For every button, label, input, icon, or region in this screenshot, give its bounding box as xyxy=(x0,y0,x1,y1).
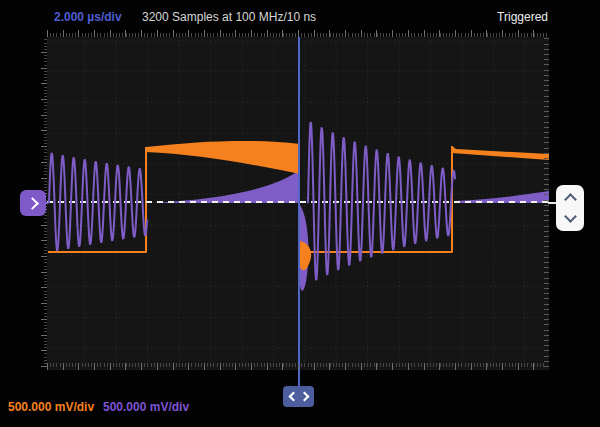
offset-up-button[interactable] xyxy=(563,194,577,204)
samples-info-label: 3200 Samples at 100 MHz/10 ns xyxy=(142,10,316,24)
plot-area[interactable] xyxy=(47,37,549,370)
waveform-canvas xyxy=(47,37,549,370)
trigger-status-label: Triggered xyxy=(497,10,548,24)
top-ruler xyxy=(47,30,549,37)
chevron-right-icon xyxy=(299,392,309,402)
offset-down-button[interactable] xyxy=(563,213,577,223)
trigger-position-line-extension xyxy=(298,370,300,386)
chevron-left-icon xyxy=(288,392,298,402)
timebase-label: 2.000 µs/div xyxy=(54,10,122,24)
bottom-ruler xyxy=(47,363,545,370)
chevron-down-icon xyxy=(564,210,577,223)
horizontal-position-handle[interactable] xyxy=(283,386,314,407)
vertical-offset-control[interactable] xyxy=(556,185,584,231)
channel2-scale-label: 500.000 mV/div xyxy=(103,400,189,415)
channel1-scale-label: 500.000 mV/div xyxy=(8,400,94,415)
chevron-up-icon xyxy=(564,193,577,206)
oscilloscope-window: 2.000 µs/div 3200 Samples at 100 MHz/10 … xyxy=(0,0,600,427)
chevron-right-icon xyxy=(26,197,39,210)
trigger-level-handle[interactable] xyxy=(20,190,46,216)
